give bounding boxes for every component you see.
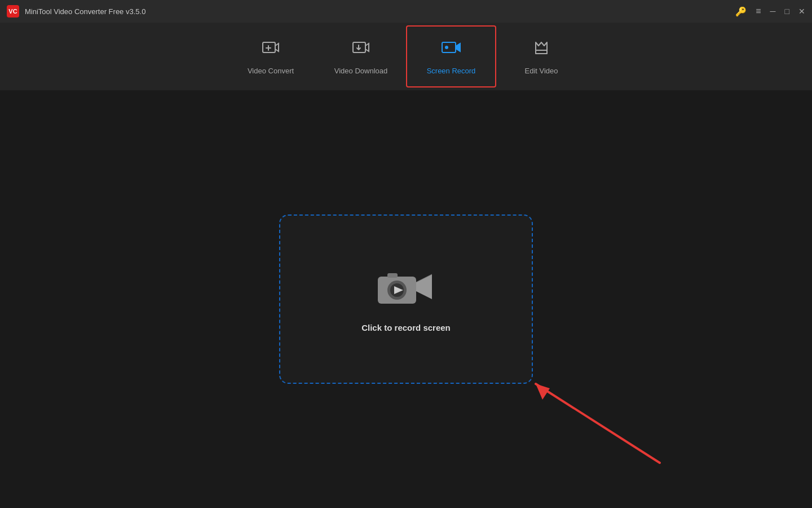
menu-icon[interactable]: ≡	[756, 6, 761, 16]
title-bar-controls: 🔑 ≡ ─ □ ✕	[735, 6, 805, 17]
video-download-icon	[351, 38, 371, 61]
nav-item-video-download[interactable]: Video Download	[316, 25, 406, 87]
nav-item-video-convert[interactable]: Video Convert	[226, 25, 316, 87]
minimize-button[interactable]: ─	[770, 7, 776, 15]
svg-point-3	[445, 46, 448, 49]
svg-rect-8	[387, 273, 398, 278]
close-button[interactable]: ✕	[798, 7, 805, 15]
svg-line-9	[536, 384, 660, 463]
maximize-button[interactable]: □	[785, 7, 789, 15]
title-bar: VC MiniTool Video Converter Free v3.5.0 …	[0, 0, 812, 23]
edit-video-icon	[531, 38, 551, 61]
camera-record-icon	[375, 266, 437, 312]
screen-record-icon	[441, 38, 461, 61]
nav-label-video-convert: Video Convert	[248, 67, 294, 75]
video-convert-icon	[261, 38, 281, 61]
svg-rect-2	[442, 42, 456, 52]
nav-item-edit-video[interactable]: Edit Video	[496, 25, 586, 87]
nav-label-video-download: Video Download	[334, 67, 387, 75]
app-title: MiniTool Video Converter Free v3.5.0	[25, 7, 145, 16]
app-logo: VC	[7, 5, 19, 17]
nav-label-edit-video: Edit Video	[524, 67, 558, 75]
key-icon[interactable]: 🔑	[735, 6, 747, 17]
main-content: Click to record screen	[0, 90, 812, 508]
nav-item-screen-record[interactable]: Screen Record	[406, 25, 496, 87]
nav-bar: Video Convert Video Download Screen Reco…	[0, 23, 812, 90]
nav-label-screen-record: Screen Record	[427, 67, 476, 75]
camera-icon-wrap	[375, 266, 437, 312]
svg-rect-4	[536, 50, 547, 54]
title-bar-left: VC MiniTool Video Converter Free v3.5.0	[7, 5, 145, 17]
record-area[interactable]: Click to record screen	[279, 214, 533, 384]
record-text: Click to record screen	[361, 323, 451, 332]
